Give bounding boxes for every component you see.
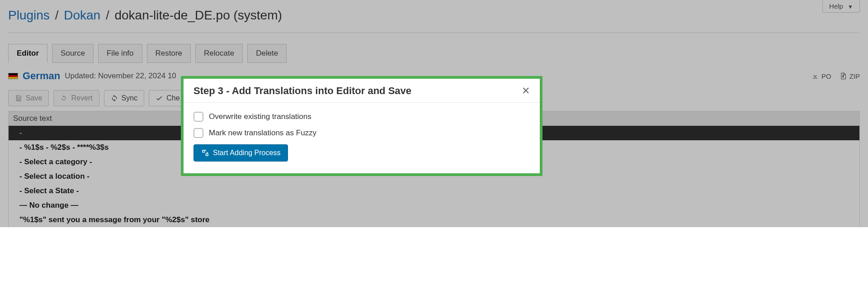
overwrite-checkbox-row[interactable]: Overwrite existing translations <box>193 112 530 122</box>
fuzzy-checkbox-row[interactable]: Mark new translations as Fuzzy <box>193 128 530 138</box>
start-adding-label: Start Adding Process <box>213 149 280 157</box>
modal-close-button[interactable]: ✕ <box>522 85 530 97</box>
start-adding-button[interactable]: Start Adding Process <box>193 144 288 162</box>
modal-title: Step 3 - Add Translations into Editor an… <box>193 85 411 97</box>
modal-step3: Step 3 - Add Translations into Editor an… <box>181 76 542 176</box>
checkbox-icon <box>193 112 203 122</box>
close-icon: ✕ <box>522 85 530 96</box>
translate-icon <box>201 149 209 157</box>
fuzzy-label: Mark new translations as Fuzzy <box>209 128 316 138</box>
overwrite-label: Overwrite existing translations <box>209 112 311 121</box>
checkbox-icon <box>193 128 203 138</box>
